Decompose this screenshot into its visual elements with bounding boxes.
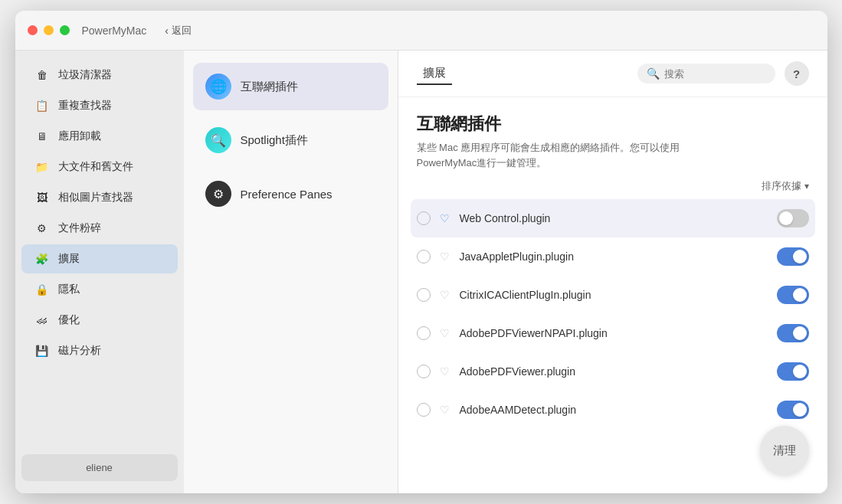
plugin-item-internet[interactable]: 🌐 互聯網插件 [193, 63, 388, 110]
sidebar-label-large-file: 大文件和舊文件 [58, 160, 133, 174]
back-label: 返回 [172, 24, 192, 38]
sidebar-label-privacy: 隱私 [58, 283, 80, 296]
right-header: 擴展 🔍 ? [398, 51, 827, 97]
preference-panes-icon: ⚙ [205, 181, 231, 207]
sidebar-item-uninstall[interactable]: 🖥 應用卸載 [21, 122, 178, 151]
sidebar-label-shred: 文件粉碎 [58, 221, 101, 235]
sidebar-label-similar: 相似圖片查找器 [58, 191, 133, 205]
table-row[interactable]: ♡ Web Control.plugin [411, 199, 815, 237]
plugin-name-5: AdobePDFViewer.plugin [460, 365, 769, 378]
plugin-name-4: AdobePDFViewerNPAPI.plugin [460, 327, 769, 339]
plugin-label-spotlight: Spotlight插件 [241, 133, 308, 148]
plugin-name-6: AdobeAAMDetect.plugin [460, 404, 769, 416]
sidebar-label-uninstall: 應用卸載 [58, 129, 101, 143]
table-row[interactable]: ♡ JavaAppletPlugin.plugin [411, 237, 815, 276]
toggle-3[interactable] [777, 286, 809, 304]
row-checkbox-4[interactable] [417, 326, 431, 340]
sidebar-item-shred[interactable]: ⚙ 文件粉碎 [21, 214, 178, 243]
user-account[interactable]: eliene [21, 454, 178, 481]
help-button[interactable]: ? [785, 61, 809, 86]
similar-icon: 🖼 [34, 189, 51, 206]
app-title: PowerMyMac [82, 25, 147, 37]
plugin-name-2: JavaAppletPlugin.plugin [460, 250, 769, 263]
back-button[interactable]: ‹ 返回 [159, 21, 198, 41]
favorite-icon-5[interactable]: ♡ [438, 365, 452, 378]
sidebar-label-duplicate: 重複查找器 [58, 99, 112, 113]
favorite-icon-4[interactable]: ♡ [438, 326, 452, 340]
table-row[interactable]: ♡ AdobeAAMDetect.plugin [411, 391, 815, 429]
row-checkbox-1[interactable] [417, 211, 431, 225]
content-title: 互聯網插件 [417, 113, 809, 136]
sort-label: 排序依據 [762, 179, 801, 193]
row-checkbox-3[interactable] [417, 288, 431, 302]
uninstall-icon: 🖥 [34, 128, 51, 145]
privacy-icon: 🔒 [34, 281, 51, 298]
right-panel: 擴展 🔍 ? 互聯網插件 某些 Mac 應用程序可能會生成相應的網絡插件。您可以… [398, 51, 827, 493]
sort-bar: 排序依據 ▾ [398, 179, 827, 199]
sidebar-item-trash[interactable]: 🗑 垃圾清潔器 [21, 61, 178, 90]
titlebar: PowerMyMac ‹ 返回 [15, 11, 827, 51]
plugin-item-spotlight[interactable]: 🔍 Spotlight插件 [193, 116, 388, 164]
row-checkbox-5[interactable] [417, 365, 431, 378]
sidebar-label-extensions: 擴展 [58, 252, 80, 266]
toggle-2[interactable] [777, 247, 809, 266]
sidebar-item-privacy[interactable]: 🔒 隱私 [21, 275, 178, 304]
maximize-button[interactable] [60, 25, 70, 35]
content-header: 互聯網插件 某些 Mac 應用程序可能會生成相應的網絡插件。您可以使用 Powe… [398, 97, 827, 179]
sidebar-item-duplicate[interactable]: 📋 重複查找器 [21, 91, 178, 120]
sidebar-item-similar[interactable]: 🖼 相似圖片查找器 [21, 183, 178, 212]
sidebar-item-disk[interactable]: 💾 磁片分析 [21, 336, 178, 365]
spotlight-icon: 🔍 [205, 127, 231, 153]
optimize-icon: 🏎 [34, 312, 51, 329]
disk-icon: 💾 [34, 342, 51, 359]
large-file-icon: 📁 [34, 159, 51, 175]
content-description: 某些 Mac 應用程序可能會生成相應的網絡插件。您可以使用 PowerMyMac… [417, 140, 693, 170]
sidebar: 🗑 垃圾清潔器 📋 重複查找器 🖥 應用卸載 📁 大文件和舊文件 🖼 相似圖片查… [15, 51, 184, 493]
toggle-6[interactable] [777, 401, 809, 419]
sidebar-label-trash: 垃圾清潔器 [58, 68, 112, 82]
search-icon: 🔍 [647, 67, 660, 80]
extensions-icon: 🧩 [34, 250, 51, 267]
main-content: 🗑 垃圾清潔器 📋 重複查找器 🖥 應用卸載 📁 大文件和舊文件 🖼 相似圖片查… [15, 51, 827, 493]
favorite-icon-1[interactable]: ♡ [438, 211, 452, 225]
sidebar-item-large-file[interactable]: 📁 大文件和舊文件 [21, 152, 178, 182]
favorite-icon-3[interactable]: ♡ [438, 288, 452, 302]
trash-icon: 🗑 [34, 67, 51, 83]
close-button[interactable] [28, 25, 38, 35]
clean-button[interactable]: 清理 [760, 426, 809, 475]
sidebar-label-optimize: 優化 [58, 313, 80, 327]
right-panel-wrapper: 擴展 🔍 ? 互聯網插件 某些 Mac 應用程序可能會生成相應的網絡插件。您可以… [398, 51, 827, 493]
favorite-icon-2[interactable]: ♡ [438, 250, 452, 263]
toggle-5[interactable] [777, 362, 809, 381]
duplicate-icon: 📋 [34, 97, 51, 114]
toggle-4[interactable] [777, 324, 809, 342]
favorite-icon-6[interactable]: ♡ [438, 403, 452, 417]
toggle-1[interactable] [777, 209, 809, 227]
sidebar-item-extensions[interactable]: 🧩 擴展 [21, 244, 178, 273]
plugin-label-preference-panes: Preference Panes [241, 188, 333, 201]
sidebar-item-optimize[interactable]: 🏎 優化 [21, 306, 178, 335]
sidebar-label-disk: 磁片分析 [58, 344, 101, 358]
table-row[interactable]: ♡ CitrixICAClientPlugIn.plugin [411, 276, 815, 314]
middle-panel: 🌐 互聯網插件 🔍 Spotlight插件 ⚙ Preference Panes [184, 51, 398, 493]
search-bar[interactable]: 🔍 [637, 64, 775, 83]
plugin-label-internet: 互聯網插件 [241, 80, 298, 94]
plugin-name-3: CitrixICAClientPlugIn.plugin [460, 289, 769, 301]
shred-icon: ⚙ [34, 220, 51, 237]
plugin-name-1: Web Control.plugin [460, 212, 769, 224]
table-row[interactable]: ♡ AdobePDFViewerNPAPI.plugin [411, 314, 815, 352]
plugin-item-preference-panes[interactable]: ⚙ Preference Panes [193, 170, 388, 218]
internet-plugin-icon: 🌐 [205, 74, 231, 100]
row-checkbox-6[interactable] [417, 403, 431, 417]
traffic-lights [28, 25, 70, 35]
minimize-button[interactable] [44, 25, 54, 35]
chevron-left-icon: ‹ [165, 25, 169, 37]
search-input[interactable] [664, 68, 793, 80]
table-row[interactable]: ♡ AdobePDFViewer.plugin [411, 352, 815, 391]
tab-extensions[interactable]: 擴展 [417, 63, 452, 85]
row-checkbox-2[interactable] [417, 250, 431, 263]
chevron-down-icon[interactable]: ▾ [804, 181, 809, 191]
